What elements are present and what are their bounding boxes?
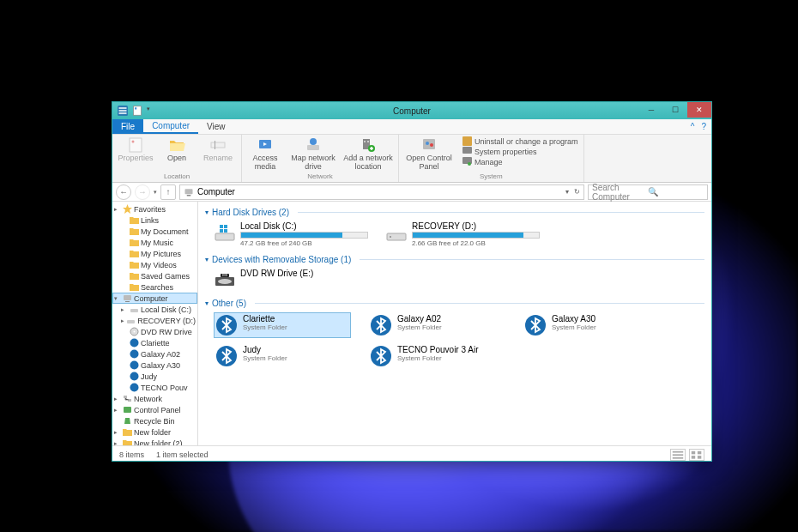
ribbon-group-network: Access media Map network drive Add a net… [242, 135, 399, 182]
other-galaxy-a02[interactable]: Galaxy A02System Folder [368, 312, 505, 338]
tree-music[interactable]: My Music [112, 237, 197, 248]
tree-links[interactable]: Links [112, 215, 197, 226]
uninstall-icon [462, 136, 472, 146]
control-panel-icon [123, 405, 132, 414]
bluetooth-icon [130, 383, 139, 392]
tree-galaxy-a30[interactable]: Galaxy A30 [112, 360, 197, 371]
properties-qat-icon[interactable] [132, 106, 142, 116]
access-media-button[interactable]: Access media [247, 136, 283, 172]
details-view-button[interactable] [670, 449, 686, 461]
computer-icon [184, 187, 194, 197]
quick-access-toolbar: ▾ [112, 106, 155, 116]
open-button[interactable]: Open [159, 136, 195, 163]
group-removable[interactable]: ▾ Devices with Removable Storage (1) [205, 252, 704, 267]
status-selection: 1 item selected [156, 450, 209, 459]
properties-button[interactable]: Properties [118, 136, 154, 163]
rename-icon [209, 136, 227, 154]
other-clariette[interactable]: ClarietteSystem Folder [214, 312, 351, 338]
address-dropdown-icon[interactable]: ▾ [565, 188, 569, 196]
bluetooth-icon [130, 338, 139, 348]
group-other[interactable]: ▾ Other (5) [205, 296, 704, 311]
close-button[interactable]: ✕ [687, 102, 711, 118]
icons-view-button[interactable] [689, 449, 704, 461]
tree-dvd[interactable]: DVD RW Drive [112, 326, 197, 337]
forward-button[interactable]: → [135, 184, 150, 200]
tree-recycle[interactable]: Recycle Bin [112, 415, 197, 426]
folder-icon [130, 227, 139, 236]
drive-recovery-d[interactable]: RECOVERY (D:) 2.66 GB free of 22.0 GB [385, 221, 540, 247]
status-bar: 8 items 1 item selected [112, 445, 711, 462]
svg-rect-59 [673, 454, 683, 456]
svg-rect-41 [124, 407, 131, 413]
svg-rect-22 [462, 147, 472, 154]
qat-dropdown-icon[interactable]: ▾ [147, 106, 150, 116]
tab-file[interactable]: File [112, 119, 143, 134]
tree-new-folder2[interactable]: ▸New folder (2) [112, 438, 197, 445]
history-dropdown-icon[interactable]: ▾ [154, 189, 157, 196]
tree-saved-games[interactable]: Saved Games [112, 270, 197, 281]
tree-control-panel[interactable]: ▸Control Panel [112, 404, 197, 415]
svg-rect-28 [124, 295, 131, 300]
bluetooth-icon [524, 314, 547, 336]
navigation-tree: ▸Favorites Links My Document My Music My… [112, 202, 198, 445]
svg-rect-3 [119, 112, 127, 114]
other-galaxy-a30[interactable]: Galaxy A30System Folder [523, 312, 660, 338]
minimize-button[interactable]: ─ [639, 102, 663, 118]
rename-button[interactable]: Rename [200, 136, 236, 163]
help-icon[interactable]: ? [701, 122, 706, 131]
tree-favorites[interactable]: ▸Favorites [112, 203, 197, 215]
tree-local-disk[interactable]: ▸Local Disk (C:) [112, 304, 197, 315]
folder-icon [123, 427, 132, 437]
tree-judy[interactable]: Judy [112, 371, 197, 382]
tree-galaxy-a02[interactable]: Galaxy A02 [112, 348, 197, 360]
tree-clariette[interactable]: Clariette [112, 337, 197, 348]
tree-searches[interactable]: Searches [112, 281, 197, 293]
body: ▸Favorites Links My Document My Music My… [112, 202, 711, 445]
tree-documents[interactable]: My Document [112, 226, 197, 237]
svg-rect-30 [130, 309, 138, 312]
network-icon [123, 394, 132, 403]
search-input[interactable]: Search Computer 🔍 [588, 184, 708, 200]
ribbon: Properties Open Rename Location Access m… [112, 135, 711, 183]
address-bar[interactable]: Computer ▾ ↻ [179, 184, 584, 200]
svg-point-19 [426, 142, 429, 145]
svg-point-38 [130, 384, 139, 392]
group-hdd[interactable]: ▾ Hard Disk Drives (2) [205, 205, 704, 220]
uninstall-button[interactable]: Uninstall or change a program [462, 136, 578, 146]
maximize-button[interactable]: ☐ [663, 102, 687, 118]
disk-icon [126, 316, 136, 325]
refresh-icon[interactable]: ↻ [574, 188, 580, 196]
content-pane: ▾ Hard Disk Drives (2) Local Disk (C:) 4… [198, 202, 711, 445]
folder-icon [130, 249, 139, 258]
ribbon-collapse-icon[interactable]: ^ [691, 122, 695, 131]
tab-view[interactable]: View [198, 120, 234, 133]
svg-rect-61 [692, 450, 695, 454]
svg-rect-6 [130, 138, 142, 152]
add-location-button[interactable]: Add a network location [343, 136, 393, 172]
tree-videos[interactable]: My Videos [112, 259, 197, 270]
other-judy[interactable]: JudySystem Folder [214, 343, 351, 369]
tree-network[interactable]: ▸Network [112, 393, 197, 404]
drive-local-c[interactable]: Local Disk (C:) 47.2 GB free of 240 GB [214, 221, 368, 247]
svg-rect-5 [135, 107, 136, 109]
control-panel-button[interactable]: Open Control Panel [404, 136, 454, 172]
tab-computer[interactable]: Computer [143, 119, 198, 134]
manage-button[interactable]: Manage [462, 157, 578, 166]
folder-icon [130, 282, 139, 292]
tree-new-folder[interactable]: ▸New folder [112, 426, 197, 438]
other-tecno[interactable]: TECNO Pouvoir 3 AirSystem Folder [368, 343, 505, 369]
up-button[interactable]: ↑ [160, 184, 176, 200]
svg-rect-43 [220, 225, 223, 228]
svg-rect-58 [673, 450, 683, 452]
status-item-count: 8 items [119, 450, 144, 459]
tree-computer[interactable]: ▾Computer [112, 293, 197, 304]
tree-pictures[interactable]: My Pictures [112, 248, 197, 259]
back-button[interactable]: ← [116, 184, 131, 200]
svg-rect-44 [224, 225, 227, 228]
drive-dvd-e[interactable]: DVD DVD RW Drive (E:) [214, 269, 368, 291]
tree-recovery[interactable]: ▸RECOVERY (D:) [112, 315, 197, 326]
tree-tecno[interactable]: TECNO Pouv [112, 382, 197, 393]
folder-open-icon [168, 136, 185, 154]
system-properties-button[interactable]: System properties [462, 147, 578, 156]
map-drive-button[interactable]: Map network drive [288, 136, 338, 172]
